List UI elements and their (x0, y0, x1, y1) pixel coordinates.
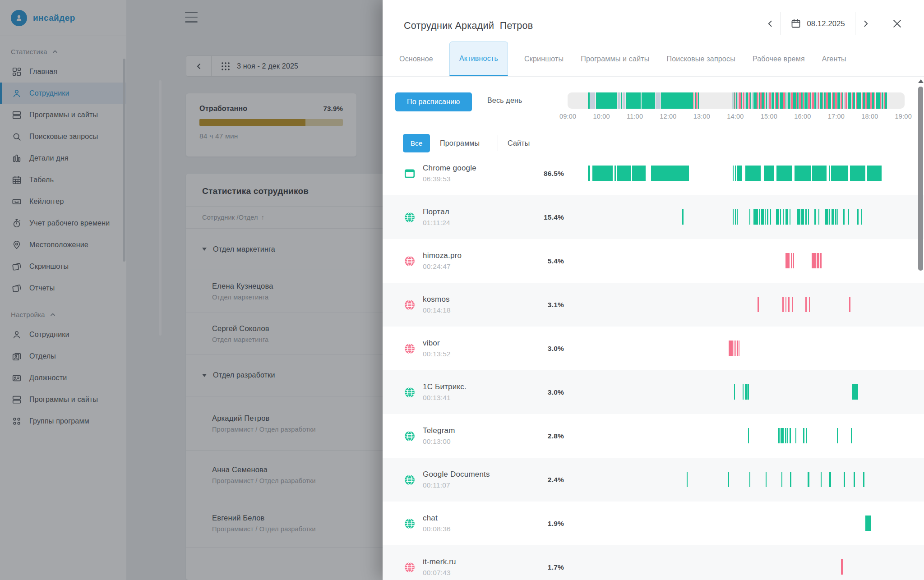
filter-sites-button[interactable]: Сайты (508, 134, 530, 152)
activity-row[interactable]: vibor00:13:523.0% (383, 327, 924, 370)
activity-segment (758, 297, 759, 312)
drawer-title: Сотрудник Аркадий Петров (404, 20, 533, 32)
activity-duration: 00:24:47 (423, 262, 462, 271)
activity-segment (809, 297, 810, 312)
app-root: инсайдер СтатистикаГлавнаяСотрудникиПрог… (0, 0, 924, 580)
activity-segment (801, 92, 803, 109)
drawer-content: По расписаниюВесь день 09:0010:0011:0012… (383, 77, 924, 580)
activity-segment (853, 92, 855, 109)
activity-row[interactable]: 1С Битрикс.00:13:413.0% (383, 370, 924, 414)
activity-segment (825, 209, 828, 225)
activity-segment (821, 472, 822, 487)
tab-активность[interactable]: Активность (449, 41, 508, 76)
activity-row[interactable]: kosmos00:14:183.1% (383, 283, 924, 327)
activity-segment (872, 92, 874, 109)
activity-percent: 3.1% (526, 301, 564, 309)
globe-icon (404, 562, 416, 573)
activity-row[interactable]: Портал01:11:2415.4% (383, 195, 924, 239)
activity-segment (772, 92, 774, 109)
activity-name: 1С Битрикс. (423, 382, 467, 391)
activity-segment (746, 92, 748, 109)
activity-duration: 00:13:41 (423, 394, 467, 402)
activity-timeline (568, 92, 905, 109)
activity-segment (737, 166, 742, 181)
activity-sparkbar (568, 253, 905, 268)
prev-day-button[interactable] (760, 14, 780, 33)
activity-segment (885, 92, 887, 109)
modal-overlay[interactable] (0, 0, 383, 580)
activity-percent: 2.8% (526, 432, 564, 440)
activity-name: kosmos (423, 295, 451, 304)
activity-segment (795, 166, 811, 181)
activity-segment (741, 92, 742, 109)
activity-segment (748, 384, 749, 400)
filter-programs-button[interactable]: Программы (440, 134, 480, 152)
drawer-header-controls: 08.12.2025 (760, 11, 907, 36)
activity-segment (824, 92, 826, 109)
activity-segment (592, 166, 613, 181)
activity-row[interactable]: himoza.pro00:24:475.4% (383, 239, 924, 283)
activity-segment (788, 92, 790, 109)
activity-segment (863, 92, 865, 109)
scroll-up-icon[interactable] (918, 79, 924, 83)
drawer-scrollbar[interactable] (918, 87, 923, 271)
activity-segment (867, 166, 882, 181)
tab-поисковые-запросы[interactable]: Поисковые запросы (666, 41, 736, 76)
next-day-button[interactable] (855, 14, 875, 33)
filter-all-button[interactable]: Все (403, 134, 430, 152)
date-picker-button[interactable]: 08.12.2025 (781, 14, 855, 33)
activity-segment (767, 209, 768, 225)
activity-segment (806, 428, 807, 443)
close-icon[interactable] (887, 14, 907, 33)
hour-label: 15:00 (761, 113, 777, 120)
activity-segment (843, 209, 845, 225)
activity-name: Chrome google (423, 164, 476, 173)
activity-row[interactable]: it-merk.ru00:07:431.7% (383, 545, 924, 580)
activity-percent: 1.9% (526, 520, 564, 528)
activity-segment (832, 209, 834, 225)
hour-label: 17:00 (828, 113, 845, 120)
activity-segment (862, 92, 863, 109)
calendar-icon (790, 18, 801, 29)
activity-segment (822, 92, 823, 109)
activity-sparkbar (568, 428, 905, 443)
activity-segment (762, 92, 764, 109)
activity-row[interactable]: Chrome google06:39:5386.5% (383, 152, 924, 195)
schedule-mode-button[interactable]: По расписанию (395, 92, 472, 111)
activity-row[interactable]: Google Documents00:11:072.4% (383, 458, 924, 502)
activity-segment (831, 166, 848, 181)
activity-segment (795, 428, 796, 443)
activity-duration: 00:08:36 (423, 525, 451, 533)
activity-segment (732, 92, 733, 109)
activity-segment (808, 209, 809, 225)
tab-основное[interactable]: Основное (398, 41, 434, 76)
activity-segment (818, 92, 819, 109)
activity-segment (739, 92, 741, 109)
activity-row[interactable]: chat00:08:361.9% (383, 502, 924, 545)
activity-segment (759, 92, 760, 109)
activity-segment (797, 209, 800, 225)
tab-скриншоты[interactable]: Скриншоты (523, 41, 564, 76)
activity-segment (841, 559, 843, 575)
activity-percent: 5.4% (526, 257, 564, 265)
tab-рабочее-время[interactable]: Рабочее время (752, 41, 806, 76)
activity-segment (818, 209, 819, 225)
activity-segment (829, 472, 831, 487)
tab-агенты[interactable]: Агенты (821, 41, 847, 76)
activity-row[interactable]: Telegram00:13:002.8% (383, 414, 924, 458)
activity-segment (737, 341, 738, 356)
activity-segment (835, 209, 836, 225)
activity-segment (661, 92, 693, 109)
all-day-mode-button[interactable]: Весь день (487, 97, 522, 105)
activity-segment (835, 92, 837, 109)
employee-drawer: Сотрудник Аркадий Петров 08.12.2025 Осно… (383, 0, 924, 580)
tab-программы-и-сайты[interactable]: Программы и сайты (580, 41, 650, 76)
activity-segment (618, 92, 620, 109)
activity-segment (748, 92, 750, 109)
globe-icon (404, 255, 416, 267)
activity-name: vibor (423, 339, 451, 348)
activity-segment (814, 209, 816, 225)
activity-duration: 00:14:18 (423, 306, 451, 314)
activity-segment (623, 92, 625, 109)
activity-segment (735, 209, 736, 225)
